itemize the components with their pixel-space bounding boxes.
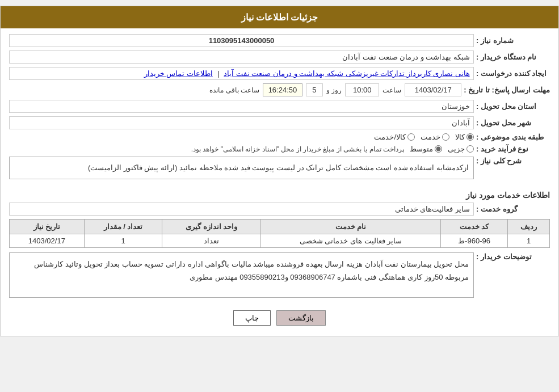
radio-kala[interactable]: کالا <box>455 133 474 141</box>
ijad-link[interactable]: هانی نصاری کاربرداز تدارکات غیرپزشکی شبک… <box>224 69 470 78</box>
ijad-label: ایجاد کننده درخواست : <box>476 69 550 78</box>
back-button[interactable]: بازگشت <box>276 310 326 326</box>
print-button[interactable]: چاپ <box>233 310 271 326</box>
cell-naam: سایر فعالیت های خدماتی شخصی <box>261 234 441 248</box>
khidmat-table: ردیف کد خدمت نام خدمت واحد اندازه گیری ت… <box>9 219 550 248</box>
shahr-value: آبادان <box>9 116 474 129</box>
rooz-label: روز و <box>326 86 342 94</box>
mohlat-saat: 10:00 <box>345 83 379 96</box>
mohlat-date: 1403/02/17 <box>405 83 461 96</box>
radio-motavasset[interactable]: متوسط <box>410 145 442 153</box>
noe-farayand-group: جزیی متوسط پرداخت تمام یا بخشی از مبلغ خ… <box>9 145 474 153</box>
mohlat-label: مهلت ارسال پاسخ: تا تاریخ : <box>464 86 550 94</box>
table-header-row: ردیف کد خدمت نام خدمت واحد اندازه گیری ت… <box>10 220 550 234</box>
table-row: 1 960-96-ط سایر فعالیت های خدماتی شخصی ت… <box>10 234 550 248</box>
sharh-niaz-label: شرح کلی نیاز : <box>476 157 550 165</box>
noe-farayand-label: نوع فرآیند خرید : <box>476 145 550 153</box>
sharh-niaz-row: شرح کلی نیاز : ازکدمشابه استفاده شده است… <box>9 157 550 185</box>
tabaqebandi-label: طبقه بندی موضوعی : <box>476 133 550 141</box>
goroh-value: سایر فعالیت‌های خدماتی <box>9 203 474 216</box>
naam-dastgah-label: نام دستگاه خریدار : <box>476 53 550 61</box>
radio-kala-khedmat[interactable]: کالا/خدمت <box>374 133 415 141</box>
radio-jozi[interactable]: جزیی <box>448 145 474 153</box>
ostan-label: استان محل تحویل : <box>476 102 550 111</box>
page-title: جزئیات اطلاعات نیاز <box>241 12 318 22</box>
col-tedad: تعداد / مقدار <box>84 220 162 234</box>
page-header: جزئیات اطلاعات نیاز <box>1 6 558 28</box>
cell-tedad: 1 <box>84 234 162 248</box>
tawzihat-label: توضیحات خریدار : <box>476 252 550 261</box>
buttons-row: بازگشت چاپ <box>9 310 550 326</box>
tabaqebandi-row: طبقه بندی موضوعی : کالا خدمت کالا/خدمت <box>9 133 550 141</box>
ijad-contact-link[interactable]: اطلاعات تماس خریدار <box>144 69 213 78</box>
ostan-row: استان محل تحویل : خوزستان <box>9 100 550 113</box>
col-naam: نام خدمت <box>261 220 441 234</box>
col-vahed: واحد اندازه گیری <box>162 220 261 234</box>
cell-vahed: تعداد <box>162 234 261 248</box>
goroh-row: گروه خدمت : سایر فعالیت‌های خدماتی <box>9 203 550 216</box>
shomare-niaz-row: شماره نیاز : 1103095143000050 <box>9 34 550 47</box>
saat-label: ساعت <box>383 86 401 94</box>
noe-farayand-row: نوع فرآیند خرید : جزیی متوسط پرداخت تمام… <box>9 145 550 153</box>
shahr-row: شهر محل تحویل : آبادان <box>9 116 550 129</box>
cell-kod: 960-96-ط <box>440 234 507 248</box>
khidmat-header: اطلاعات خدمات مورد نیاز <box>9 191 550 200</box>
mohlat-rooz: 5 <box>306 83 323 96</box>
noe-farayand-extra: پرداخت تمام یا بخشی از مبلغ خریدار از مح… <box>191 145 404 153</box>
cell-radif: 1 <box>508 234 550 248</box>
col-tarikh: تاریخ نیاز <box>10 220 85 234</box>
radio-khedmat[interactable]: خدمت <box>421 133 449 141</box>
tawzihat-box: محل تحویل بیمارستان نفت آبادان هزینه ارس… <box>9 252 474 298</box>
col-kod: کد خدمت <box>440 220 507 234</box>
shomare-niaz-value: 1103095143000050 <box>9 34 474 47</box>
cell-tarikh: 1403/02/17 <box>10 234 85 248</box>
col-radif: ردیف <box>508 220 550 234</box>
ijad-row: ایجاد کننده درخواست : هانی نصاری کاربردا… <box>9 67 550 80</box>
shahr-label: شهر محل تحویل : <box>476 119 550 127</box>
tawzihat-row: توضیحات خریدار : محل تحویل بیمارستان نفت… <box>9 252 550 304</box>
ostan-value: خوزستان <box>9 100 474 113</box>
shomare-niaz-label: شماره نیاز : <box>476 36 550 45</box>
naam-dastgah-row: نام دستگاه خریدار : شبکه بهداشت و درمان … <box>9 50 550 64</box>
mohlat-row: مهلت ارسال پاسخ: تا تاریخ : 1403/02/17 س… <box>9 83 550 96</box>
goroh-label: گروه خدمت : <box>476 205 550 213</box>
sharh-niaz-box: ازکدمشابه استفاده شده است مشخصات کامل تر… <box>9 157 474 179</box>
baghimande-label: ساعت باقی مانده <box>209 86 259 94</box>
tabaqebandi-group: کالا خدمت کالا/خدمت <box>9 133 474 141</box>
mohlat-countdown: 16:24:50 <box>263 83 302 96</box>
naam-dastgah-value: شبکه بهداشت و درمان صنعت نفت آبادان <box>9 50 474 64</box>
